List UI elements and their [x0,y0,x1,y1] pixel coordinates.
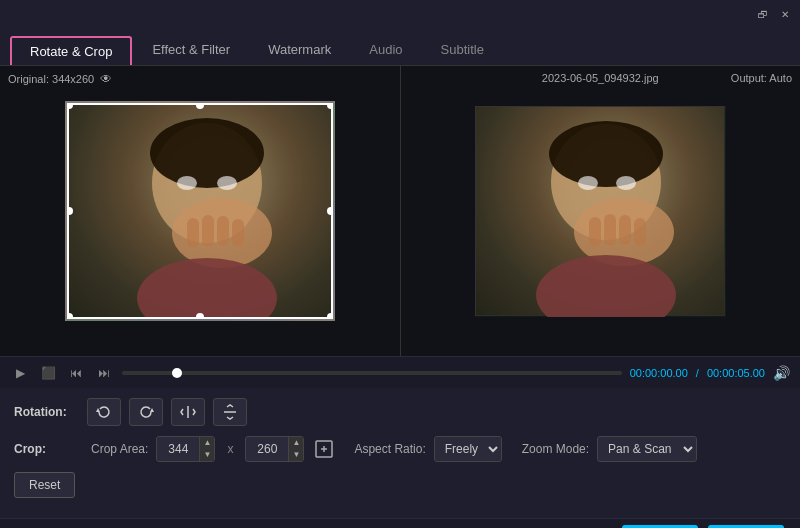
tab-watermark[interactable]: Watermark [250,36,349,65]
original-label: Original: 344x260 👁 [8,72,112,86]
prev-frame-button[interactable]: ⏮ [66,363,86,383]
time-sep: / [696,367,699,379]
total-time: 00:00:05.00 [707,367,765,379]
rotation-label: Rotation: [14,405,79,419]
x-separator: x [227,442,233,456]
crop-row: Crop: Crop Area: 344 ▲ ▼ x 260 ▲ ▼ Aspec… [14,436,786,462]
controls-panel: Rotation: Crop: Crop Area: [0,388,800,518]
crop-canvas[interactable] [65,101,335,321]
close-button[interactable]: ✕ [778,7,792,21]
height-input[interactable]: 260 [246,442,288,456]
title-bar: 🗗 ✕ [0,0,800,28]
play-button[interactable]: ▶ [10,363,30,383]
left-preview-image [65,101,335,321]
svg-rect-6 [187,218,199,248]
volume-icon[interactable]: 🔊 [773,365,790,381]
width-up-button[interactable]: ▲ [200,437,214,449]
width-spinners: ▲ ▼ [199,437,214,461]
preview-area: Original: 344x260 👁 [0,66,800,356]
next-frame-button[interactable]: ⏭ [94,363,114,383]
svg-point-15 [616,176,636,190]
svg-rect-9 [232,219,244,247]
svg-rect-20 [634,218,646,246]
timeline-bar: ▶ ⬛ ⏮ ⏭ 00:00:00.00 / 00:00:05.00 🔊 [0,356,800,388]
rotation-row: Rotation: [14,398,786,426]
aspect-ratio-select[interactable]: Freely 16:9 4:3 1:1 9:16 [434,436,502,462]
eye-icon[interactable]: 👁 [100,72,112,86]
tabs-bar: Rotate & Crop Effect & Filter Watermark … [0,28,800,66]
width-input[interactable]: 344 [157,442,199,456]
svg-point-2 [150,118,264,188]
progress-bar[interactable] [122,371,622,375]
width-down-button[interactable]: ▼ [200,449,214,461]
restore-button[interactable]: 🗗 [756,7,770,21]
height-input-group[interactable]: 260 ▲ ▼ [245,436,304,462]
preview-left: Original: 344x260 👁 [0,66,400,356]
svg-point-14 [578,176,598,190]
svg-point-13 [549,121,663,187]
current-time: 00:00:00.00 [630,367,688,379]
flip-v-button[interactable] [213,398,247,426]
progress-dot[interactable] [172,368,182,378]
height-down-button[interactable]: ▼ [289,449,303,461]
tab-audio[interactable]: Audio [351,36,420,65]
crop-label: Crop: [14,442,79,456]
svg-rect-18 [604,214,616,246]
tab-effect-filter[interactable]: Effect & Filter [134,36,248,65]
tab-subtitle[interactable]: Subtitle [423,36,502,65]
zoom-mode-label: Zoom Mode: [522,442,589,456]
reset-row: Reset [14,472,786,498]
fit-button[interactable] [312,437,336,461]
right-preview-image [475,106,725,316]
svg-rect-8 [217,216,229,246]
bottom-bar: OK Cancel [0,518,800,528]
filename-label: 2023-06-05_094932.jpg [542,72,659,84]
svg-rect-7 [202,215,214,247]
tab-rotate-crop[interactable]: Rotate & Crop [10,36,132,65]
zoom-mode-select[interactable]: Pan & Scan Letter Box Full Screen [597,436,697,462]
cancel-button[interactable]: Cancel [708,525,784,529]
svg-point-4 [217,176,237,190]
height-spinners: ▲ ▼ [288,437,303,461]
preview-right: 2023-06-05_094932.jpg Output: Auto [401,66,801,356]
reset-button[interactable]: Reset [14,472,75,498]
output-label: Output: Auto [731,72,792,84]
ok-button[interactable]: OK [622,525,698,529]
crop-area-label: Crop Area: [91,442,148,456]
rotate-cw-button[interactable] [129,398,163,426]
aspect-ratio-label: Aspect Ratio: [354,442,425,456]
svg-point-3 [177,176,197,190]
svg-rect-19 [619,215,631,245]
stop-button[interactable]: ⬛ [38,363,58,383]
rotate-ccw-button[interactable] [87,398,121,426]
flip-h-button[interactable] [171,398,205,426]
svg-rect-17 [589,217,601,247]
width-input-group[interactable]: 344 ▲ ▼ [156,436,215,462]
height-up-button[interactable]: ▲ [289,437,303,449]
